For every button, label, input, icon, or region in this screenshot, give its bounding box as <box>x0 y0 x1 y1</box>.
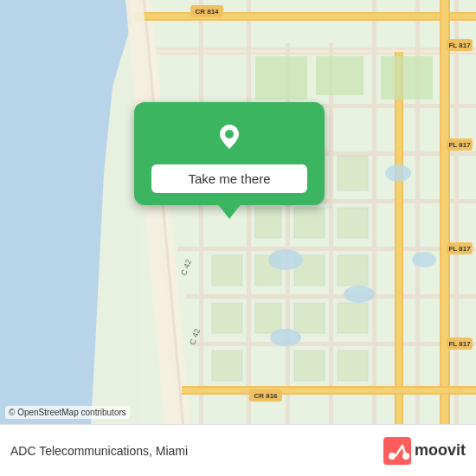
svg-point-74 <box>225 130 234 138</box>
svg-rect-62 <box>338 255 368 286</box>
svg-rect-27 <box>396 52 402 424</box>
location-label: ADC Telecommunications, Miami <box>10 444 188 458</box>
svg-rect-75 <box>383 437 411 465</box>
bottom-bar: ADC Telecommunications, Miami moovit <box>0 424 476 476</box>
svg-rect-23 <box>134 14 476 19</box>
svg-rect-59 <box>212 303 242 333</box>
svg-rect-56 <box>338 208 368 238</box>
svg-text:FL 817: FL 817 <box>448 340 471 348</box>
take-me-there-button[interactable]: Take me there <box>151 164 307 193</box>
svg-rect-47 <box>381 56 433 100</box>
svg-rect-65 <box>212 351 242 381</box>
svg-rect-19 <box>372 0 376 424</box>
svg-text:FL 817: FL 817 <box>448 245 471 253</box>
svg-rect-29 <box>182 388 476 393</box>
svg-rect-25 <box>441 0 448 424</box>
svg-text:FL 817: FL 817 <box>448 42 471 49</box>
map-container: CR 814 FL 817 FL 817 FL 817 FL 817 CR 81… <box>0 0 476 424</box>
svg-point-68 <box>268 249 303 270</box>
svg-rect-17 <box>286 43 290 424</box>
svg-rect-16 <box>247 0 251 424</box>
svg-rect-54 <box>294 208 325 238</box>
svg-rect-52 <box>255 208 281 238</box>
svg-rect-60 <box>255 303 281 333</box>
svg-rect-67 <box>338 351 368 381</box>
svg-rect-15 <box>199 0 203 424</box>
svg-text:CR 814: CR 814 <box>195 8 219 16</box>
svg-rect-64 <box>338 303 368 333</box>
moovit-logo: moovit <box>383 437 466 465</box>
svg-point-72 <box>270 329 301 346</box>
popup-card: Take me there <box>134 102 325 205</box>
svg-text:FL 817: FL 817 <box>448 141 471 149</box>
svg-rect-55 <box>338 156 368 190</box>
moovit-label: moovit <box>415 441 466 460</box>
svg-rect-46 <box>316 56 363 95</box>
svg-rect-63 <box>294 303 325 333</box>
svg-point-69 <box>344 286 375 303</box>
svg-rect-45 <box>255 56 307 100</box>
moovit-icon <box>383 437 411 465</box>
map-attribution: © OpenStreetMap contributors <box>5 406 130 419</box>
svg-point-77 <box>402 453 409 460</box>
svg-rect-11 <box>177 247 476 251</box>
svg-point-70 <box>385 164 411 182</box>
svg-text:CR 816: CR 816 <box>254 392 278 400</box>
svg-point-76 <box>389 453 396 460</box>
svg-rect-18 <box>329 43 333 424</box>
svg-point-71 <box>412 252 436 267</box>
svg-rect-66 <box>294 351 325 381</box>
svg-rect-21 <box>454 0 459 424</box>
svg-rect-57 <box>212 255 242 286</box>
svg-rect-5 <box>134 49 476 53</box>
location-pin-icon <box>210 118 248 156</box>
